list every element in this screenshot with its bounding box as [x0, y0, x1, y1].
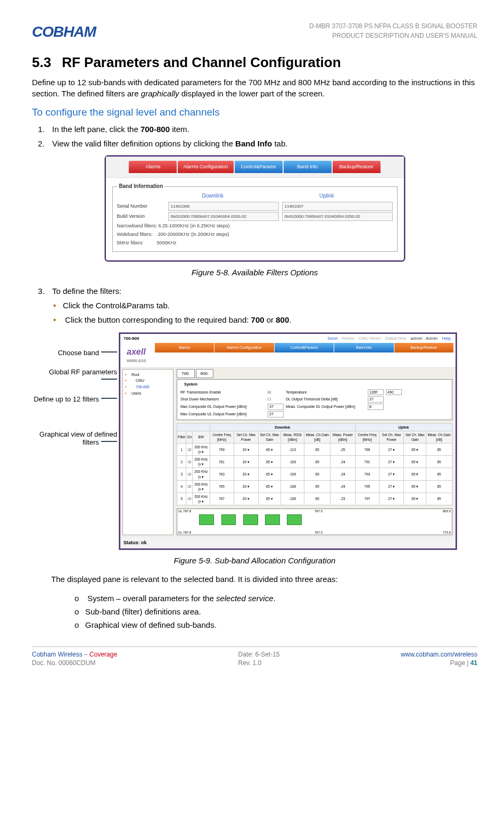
- callout-2-text: Global RF parameters: [49, 368, 117, 376]
- sub-areas-list: System – overall parameters for the sele…: [53, 593, 477, 630]
- ul-left: UL 787.8: [178, 509, 191, 513]
- ul-graph: UL 787.8 787.5 805.5 DL 787.8 787.5 775.…: [177, 509, 452, 535]
- filter-note-2: Wideband filters: 200-20000KHz (in 200KH…: [117, 232, 393, 238]
- band-info-window: Alarms Alarms Configuration Control&Para…: [105, 155, 405, 261]
- menu-datetime[interactable]: Date&Time: [385, 336, 407, 341]
- steps-list-cont: To define the filters:: [32, 285, 477, 297]
- filter-note-1: Narrowband filters: 6.25-1000KHz (in 6.2…: [117, 223, 393, 230]
- downlink-header: Downlink: [202, 192, 224, 200]
- chk-rf-enable[interactable]: ☑: [268, 390, 284, 395]
- o1-c: .: [274, 594, 276, 603]
- footer-page: Page | 41: [401, 659, 477, 668]
- footer-mid-col: Date: 6-Set-15 Rev. 1.0: [238, 650, 279, 668]
- tab-alarms[interactable]: Alarms: [129, 161, 177, 173]
- th-mcg2: Meas. Ch.Gain [dB]: [426, 431, 452, 443]
- th-cf2: Centre Freq [MHz]: [355, 431, 379, 443]
- th-smp: Set Ch. Max Power: [234, 431, 258, 443]
- callout-1-text: Choose band: [58, 349, 99, 357]
- tab-control-params[interactable]: Control&Params: [235, 161, 283, 173]
- val-meas-dl: 8: [368, 404, 384, 410]
- bullet-2: Click the button corresponding to the re…: [53, 314, 477, 325]
- control-params-window: 700-800 Send Refres CMU Reset Date&Time …: [119, 333, 457, 549]
- lbl-max-dl: Max Composite DL Output Power [dBm]: [180, 404, 266, 409]
- window-menubar: 700-800 Send Refres CMU Reset Date&Time …: [120, 334, 456, 343]
- sub-o-1: System – overall parameters for the sele…: [75, 593, 477, 604]
- content-column: 700. 800. System RF Transmission Enable☑…: [176, 367, 456, 537]
- th-downlink: Downlink: [210, 423, 355, 431]
- band-information-fieldset: Band Information Downlink Uplink Serial …: [112, 186, 398, 252]
- build-row: Build Version 0b010000.7080bb07.01040004…: [117, 212, 393, 221]
- lbl-temp: Temperature: [286, 390, 366, 395]
- val-max-dl[interactable]: 37: [268, 404, 284, 410]
- column-headers: Downlink Uplink: [170, 192, 393, 200]
- procedure-heading: To configure the signal level and channe…: [32, 105, 477, 120]
- lbl-rf-enable: RF Transmission Enable: [180, 390, 266, 395]
- lbl-max-ul: Max Composite UL Output Power [dBm]: [180, 412, 266, 417]
- val-temp-f: 120F: [368, 389, 384, 396]
- step2-a: View the valid filter definition options…: [52, 139, 235, 148]
- tree-root[interactable]: Root: [124, 372, 172, 378]
- cobham-logo: COBHAM: [32, 21, 96, 42]
- dl-left: DL 787.8: [178, 530, 191, 535]
- serial-ul-value: 11401007: [282, 202, 393, 211]
- menu-send[interactable]: Send: [327, 336, 337, 341]
- b2-or: or: [265, 315, 276, 324]
- section-title-text: RF Parameters and Channel Configuration: [62, 54, 341, 70]
- tab2-alarms[interactable]: Alarms: [155, 343, 214, 353]
- system-fieldset: System RF Transmission Enable☑ Temperatu…: [177, 379, 452, 420]
- ul-mid: 787.5: [315, 509, 323, 513]
- nav-tree: Root CMU 700-800 Users: [122, 369, 173, 535]
- tab2-alarms-cfg[interactable]: Alarms Configuration: [214, 343, 274, 353]
- axell-logo: axellWIRELESS: [120, 343, 153, 366]
- tab2-band-info[interactable]: Band Info: [334, 343, 393, 353]
- footer-url: www.cobham.com/wireless: [401, 650, 477, 659]
- build-ul-value: 0b010000.7080bb07.01040004.0200.02: [282, 212, 393, 221]
- tabs-row-2: Alarms Alarms Configuration Control&Para…: [153, 343, 456, 355]
- val-dl-threshold[interactable]: 27: [368, 396, 384, 403]
- fieldset-legend: Band Information: [117, 183, 166, 190]
- footer-brand-line: Cobham Wireless – Coverage: [32, 650, 117, 659]
- step1-c: item.: [170, 125, 189, 134]
- dl-right: 775.8: [443, 530, 451, 535]
- b2-800: 800: [276, 315, 289, 324]
- band-tab-800[interactable]: 800.: [196, 369, 214, 378]
- footer-right-col: www.cobham.com/wireless Page | 41: [401, 650, 477, 668]
- menu-help[interactable]: Help: [442, 336, 451, 341]
- header-line1: D-MBR 3707-3708 PS NFPA CLASS B SIGNAL B…: [309, 21, 477, 31]
- th-rssi: Meas. RSSI [dBm]: [280, 431, 304, 443]
- band-tab-700[interactable]: 700.: [177, 369, 195, 378]
- th-smp2: Set Ch. Max Power: [379, 431, 404, 443]
- tab-alarms-config[interactable]: Alarms Configuration: [178, 161, 233, 173]
- footer-page-num: 41: [470, 659, 477, 667]
- th-bw: BW: [193, 431, 210, 443]
- b2-d: .: [289, 315, 291, 324]
- graph-bar: [287, 514, 302, 525]
- status-bar: Status: ok: [120, 537, 456, 548]
- callout-graphical-view: Graphical view of defined filters: [32, 430, 117, 447]
- menu-cmu-reset[interactable]: CMU Reset: [359, 336, 381, 341]
- tab-backup-restore[interactable]: Backup/Restore: [333, 161, 381, 173]
- lbl-shutdown: Shut Down Mechanism: [180, 397, 266, 402]
- tab-band-info[interactable]: Band Info: [284, 161, 332, 173]
- filter-table: DownlinkUplink Filter On BW Centre Freq …: [177, 423, 452, 505]
- tab2-control-params[interactable]: Control&Params: [275, 343, 334, 353]
- tab-bar: Alarms Alarms Configuration Control&Para…: [106, 157, 404, 178]
- main-area: Root CMU 700-800 Users 700. 800. System …: [120, 367, 456, 537]
- step2-bold: Band Info: [235, 139, 272, 148]
- th-on: On: [186, 431, 193, 443]
- chk-shutdown[interactable]: ☐: [268, 397, 284, 402]
- val-max-ul[interactable]: 27: [268, 411, 284, 417]
- menu-refres[interactable]: Refres: [342, 336, 354, 341]
- tree-cmu[interactable]: CMU: [124, 378, 172, 384]
- step1-bold: 700-800: [141, 125, 170, 134]
- callout-choose-band: Choose band: [32, 349, 117, 357]
- tree-users[interactable]: Users: [124, 390, 172, 397]
- tab2-backup[interactable]: Backup/Restore: [394, 343, 453, 353]
- footer-page-label: Page |: [450, 659, 470, 667]
- lbl-dl-threshold: DL Output Threshold Delta [dB]: [286, 397, 366, 402]
- graph-bar: [221, 514, 236, 525]
- sub-o-2: Sub-band (filter) definitions area.: [75, 606, 477, 617]
- intro-paragraph: Define up to 12 sub-bands with dedicated…: [32, 77, 477, 99]
- tree-700-800[interactable]: 700-800: [124, 384, 172, 390]
- axell-logo-text: axell: [127, 347, 146, 356]
